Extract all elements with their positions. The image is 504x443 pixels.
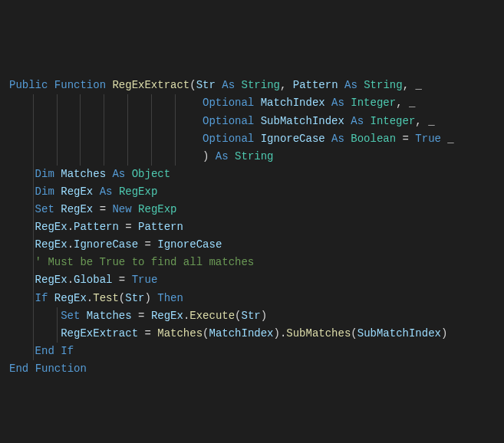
type-string: String xyxy=(242,79,280,91)
comment: ' Must be True to find all matches xyxy=(35,256,255,268)
code-line: Set RegEx = New RegExp xyxy=(9,201,495,218)
prop-ignorecase: IgnoreCase xyxy=(74,238,138,251)
function-name: RegExExtract xyxy=(112,79,189,91)
keyword-function: Function xyxy=(54,79,106,91)
code-line: Optional IgnoreCase As Boolean = True _ xyxy=(9,130,495,148)
param-submatchindex: SubMatchIndex xyxy=(261,115,344,127)
type-integer: Integer xyxy=(351,97,396,109)
param-ignorecase: IgnoreCase xyxy=(261,133,325,145)
keyword-public: Public xyxy=(9,79,48,91)
param-pattern: Pattern xyxy=(293,79,338,91)
keyword-dim: Dim xyxy=(35,168,54,180)
method-test: Test xyxy=(93,292,119,304)
type-string: String xyxy=(364,79,402,91)
keyword-if: If xyxy=(35,292,48,304)
literal-true: True xyxy=(415,133,441,145)
param-str: Str xyxy=(196,79,216,91)
code-line: Dim Matches As Object xyxy=(9,166,495,183)
prop-global: Global xyxy=(74,274,112,286)
code-line: End Function xyxy=(9,360,495,378)
code-line: RegEx.Pattern = Pattern xyxy=(9,218,495,236)
var-regex: RegEx xyxy=(61,185,93,198)
code-line: ) As String xyxy=(9,148,495,166)
code-line: Optional MatchIndex As Integer, _ xyxy=(9,94,495,112)
prop-submatches: SubMatches xyxy=(286,327,351,340)
code-line: RegEx.Global = True xyxy=(9,271,495,289)
code-line: If RegEx.Test(Str) Then xyxy=(9,290,495,307)
keyword-new: New xyxy=(112,203,131,215)
keyword-set: Set xyxy=(35,203,54,215)
type-regexp: RegExp xyxy=(119,185,157,198)
code-line: Dim RegEx As RegExp xyxy=(9,183,495,201)
keyword-end: End xyxy=(35,345,54,357)
code-line: End If xyxy=(9,343,495,360)
prop-pattern: Pattern xyxy=(74,221,119,233)
line-continuation: _ xyxy=(415,79,421,91)
code-line: RegExExtract = Matches(MatchIndex).SubMa… xyxy=(9,325,495,343)
code-line: ' Must be True to find all matches xyxy=(9,254,495,271)
code-editor[interactable]: Public Function RegExExtract(Str As Stri… xyxy=(9,77,495,378)
code-line: RegEx.IgnoreCase = IgnoreCase xyxy=(9,236,495,254)
var-matches: Matches xyxy=(61,168,106,180)
keyword-then: Then xyxy=(157,292,183,304)
type-boolean: Boolean xyxy=(351,133,396,145)
method-execute: Execute xyxy=(189,310,235,322)
code-line: Optional SubMatchIndex As Integer, _ xyxy=(9,113,495,130)
code-line: Public Function RegExExtract(Str As Stri… xyxy=(9,77,495,94)
code-line: Set Matches = RegEx.Execute(Str) xyxy=(9,307,495,325)
keyword-optional: Optional xyxy=(203,97,254,109)
type-object: Object xyxy=(132,168,170,180)
param-matchindex: MatchIndex xyxy=(261,97,325,109)
